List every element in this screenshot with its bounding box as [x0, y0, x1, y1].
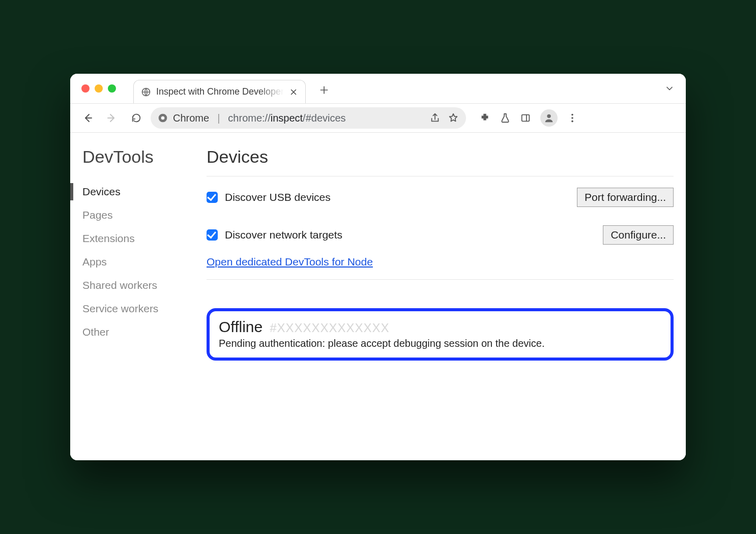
tab-title: Inspect with Chrome Developer — [156, 86, 284, 97]
back-button[interactable] — [77, 108, 98, 128]
row-discover-usb: Discover USB devices Port forwarding... — [207, 188, 674, 207]
maximize-window-button[interactable] — [108, 84, 116, 93]
labs-flask-icon[interactable] — [500, 112, 511, 124]
sidebar-item-apps[interactable]: Apps — [78, 250, 197, 274]
url-path: /#devices — [303, 112, 346, 124]
toolbar: Chrome | chrome://inspect/#devices — [70, 103, 686, 133]
sidebar-item-extensions[interactable]: Extensions — [78, 227, 197, 250]
open-node-devtools-link[interactable]: Open dedicated DevTools for Node — [207, 256, 674, 280]
address-bar[interactable]: Chrome | chrome://inspect/#devices — [151, 107, 466, 129]
reload-button[interactable] — [126, 108, 147, 128]
person-icon — [543, 112, 555, 124]
svg-point-7 — [571, 121, 573, 123]
configure-button[interactable]: Configure... — [603, 225, 674, 245]
minimize-window-button[interactable] — [95, 84, 103, 93]
svg-point-5 — [571, 114, 573, 116]
main-panel: Devices Discover USB devices Port forwar… — [197, 133, 686, 460]
row-discover-network: Discover network targets Configure... — [207, 225, 674, 245]
port-forwarding-button[interactable]: Port forwarding... — [577, 188, 674, 207]
device-id-hash: #XXXXXXXXXXXXX — [270, 321, 389, 335]
tab-strip: Inspect with Chrome Developer — [70, 74, 686, 103]
url-separator: | — [214, 112, 223, 124]
discover-network-label: Discover network targets — [225, 229, 342, 241]
sidebar-item-shared-workers[interactable]: Shared workers — [78, 274, 197, 297]
browser-tab[interactable]: Inspect with Chrome Developer — [133, 80, 306, 103]
tabs-dropdown-icon[interactable] — [664, 83, 675, 94]
close-window-button[interactable] — [81, 84, 90, 93]
device-status: Offline — [219, 318, 263, 336]
discover-network-checkbox[interactable] — [207, 229, 218, 241]
svg-point-2 — [161, 116, 165, 120]
window-controls — [81, 84, 116, 93]
device-status-box: Offline #XXXXXXXXXXXXX Pending authentic… — [207, 308, 674, 361]
sidebar-nav: Devices Pages Extensions Apps Shared wor… — [78, 180, 197, 344]
sidebar-item-pages[interactable]: Pages — [78, 203, 197, 227]
discover-usb-checkbox[interactable] — [207, 192, 218, 203]
globe-icon — [141, 87, 151, 97]
svg-point-6 — [571, 117, 573, 119]
svg-rect-3 — [522, 115, 530, 122]
close-tab-icon[interactable] — [289, 87, 298, 97]
new-tab-button[interactable] — [319, 85, 329, 95]
kebab-menu-icon[interactable] — [567, 112, 578, 124]
sidebar-brand: DevTools — [78, 147, 197, 167]
sidebar-item-devices[interactable]: Devices — [78, 180, 197, 203]
sidebar-item-other[interactable]: Other — [78, 320, 197, 344]
sidebar: DevTools Devices Pages Extensions Apps S… — [70, 133, 197, 460]
chrome-icon — [158, 113, 168, 123]
extensions-icon[interactable] — [479, 112, 490, 124]
discover-usb-label: Discover USB devices — [225, 191, 331, 203]
url-product-label: Chrome — [173, 112, 209, 124]
svg-point-4 — [547, 114, 550, 118]
profile-avatar[interactable] — [540, 109, 558, 127]
device-message: Pending authentication: please accept de… — [219, 338, 661, 349]
page-content: DevTools Devices Pages Extensions Apps S… — [70, 133, 686, 460]
sidebar-item-service-workers[interactable]: Service workers — [78, 297, 197, 320]
share-icon[interactable] — [429, 112, 441, 124]
bookmark-star-icon[interactable] — [448, 112, 459, 124]
url-host: inspect — [271, 112, 303, 124]
forward-button[interactable] — [102, 108, 122, 128]
browser-window: Inspect with Chrome Developer Chrome | c… — [70, 74, 686, 460]
side-panel-icon[interactable] — [520, 112, 531, 124]
page-title: Devices — [207, 147, 674, 176]
toolbar-right — [479, 109, 578, 127]
url-scheme: chrome:// — [228, 112, 270, 124]
